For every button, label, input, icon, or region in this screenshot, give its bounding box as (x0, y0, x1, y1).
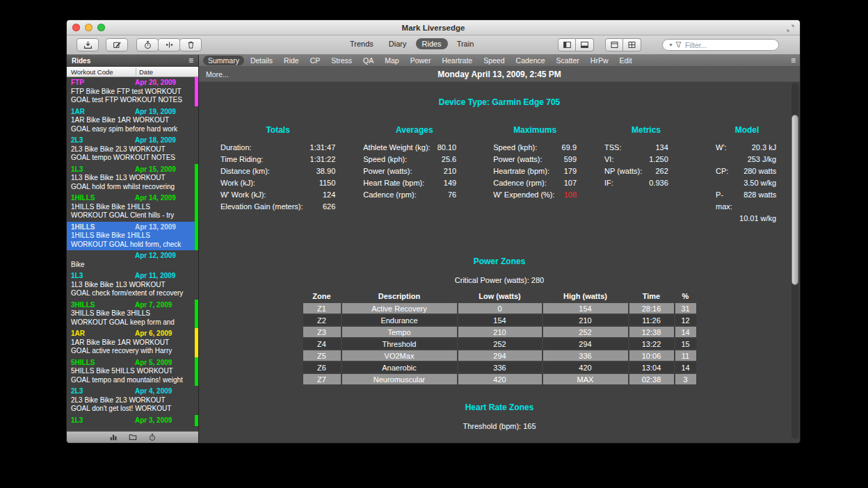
critical-power-subtitle: Critical Power (watts): 280 (199, 276, 800, 284)
view-tab-stress[interactable]: Stress (326, 56, 357, 65)
zone-row-z4: Z4Threshold25229413:2215 (303, 339, 696, 349)
ride-date: Apr 3, 2009 (135, 416, 172, 425)
view-tab-scatter[interactable]: Scatter (552, 56, 584, 65)
ride-list-item[interactable]: 1HILLSApr 14, 20091HILLS Bike Bike 1HILL… (67, 193, 198, 222)
metric-label: NP (watts): (604, 165, 649, 177)
zoom-window-button[interactable] (97, 24, 105, 31)
ride-item-header: 1L3Apr 11, 2009 (71, 272, 191, 281)
metric-value: 1:31:22 (310, 154, 336, 165)
ride-list-item[interactable]: FTPApr 20, 2009FTP Bike Bike FTP test WO… (67, 77, 198, 106)
metric-value: 210 (437, 165, 457, 177)
perspective-tab-diary[interactable]: Diary (383, 38, 413, 49)
zone-cell: 02:38 (629, 374, 674, 384)
ride-list-item[interactable]: Apr 12, 2009Bike (67, 250, 198, 270)
summary-header-row: More... Monday April 13, 2009, 2:45 PM (199, 67, 800, 82)
perspective-tab-train[interactable]: Train (451, 38, 481, 49)
ride-list-item[interactable]: 3HILLSApr 7, 20093HILLS Bike Bike 3HILLS… (67, 300, 198, 329)
ride-color-bar (195, 77, 198, 106)
zone-cell: Tempo (342, 327, 457, 337)
view-tab-summary[interactable]: Summary (203, 56, 244, 65)
ride-list-item[interactable]: 1L3Apr 11, 20091L3 Bike Bike 1L3 WORKOUT… (67, 270, 198, 300)
zone-cell: 252 (458, 339, 542, 349)
ride-item-header: 5HILLSApr 5, 2009 (71, 359, 191, 368)
sidebar-toggle-button[interactable] (558, 38, 576, 51)
metric-label: TSS: (604, 142, 649, 154)
column-header-date[interactable]: Date (136, 68, 153, 76)
view-tab-cp[interactable]: CP (305, 56, 326, 65)
filter-menu-caret-icon[interactable]: ▼ (668, 42, 673, 47)
timer-button[interactable] (136, 38, 159, 51)
view-tab-hrpw[interactable]: HrPw (586, 56, 613, 65)
view-tab-map[interactable]: Map (380, 56, 403, 65)
tabbed-view-button[interactable] (605, 38, 623, 51)
vertical-scrollbar[interactable] (791, 83, 798, 439)
tiled-view-button[interactable] (623, 38, 641, 51)
ride-list-item[interactable]: 1L3Apr 3, 2009 (67, 415, 198, 427)
ride-description-line: 1AR Bike Bike 1AR WORKOUT (71, 339, 191, 348)
fullscreen-icon[interactable] (786, 23, 795, 32)
ride-date: Apr 4, 2009 (135, 387, 172, 396)
stopwatch-icon[interactable] (148, 433, 156, 441)
zone-row-z2: Z2Endurance15421011:2612 (303, 315, 696, 325)
zone-cell: 294 (458, 350, 542, 361)
column-header-workout-code[interactable]: Workout Code (71, 68, 113, 76)
download-ride-button[interactable] (77, 38, 99, 51)
ride-list-item[interactable]: 1L3Apr 15, 20091L3 Bike Bike 1L3 WORKOUT… (67, 164, 198, 193)
view-tab-cadence[interactable]: Cadence (511, 56, 550, 65)
perspective-tab-trends[interactable]: Trends (344, 38, 380, 49)
ride-list: FTPApr 20, 2009FTP Bike Bike FTP test WO… (67, 77, 198, 431)
ride-list-item[interactable]: 2L3Apr 18, 20092L3 Bike Bike 2L3 WORKOUT… (67, 135, 198, 164)
perspective-tab-rides[interactable]: Rides (416, 38, 448, 49)
ride-list-item[interactable]: 5HILLSApr 5, 20095HILLS Bike 5HILLS WORK… (67, 357, 198, 387)
view-tab-speed[interactable]: Speed (479, 56, 509, 65)
ride-description-line: GOAL tempo WORKOUT NOTES (71, 154, 191, 163)
zones-column-header: Low (watts) (458, 292, 542, 302)
delete-ride-button[interactable] (179, 38, 202, 51)
ride-workout-code: 2L3 (71, 136, 83, 145)
metric-value: 828 watts (739, 189, 776, 213)
zone-row-z6: Z6Anaerobic33642013:0414 (303, 362, 696, 373)
ride-description-line: 1HILLS Bike Bike 1HILLS (71, 203, 191, 212)
panel-bottom-icon (580, 40, 589, 49)
metric-label: Heart Rate (bpm): (363, 177, 437, 189)
filter-field[interactable]: ▼ (662, 39, 779, 51)
metric-value: 108 (562, 189, 577, 201)
ride-description-line: 1L3 Bike Bike 1L3 WORKOUT (71, 281, 191, 290)
filter-input[interactable] (684, 40, 773, 50)
metric-value: 0.936 (649, 177, 668, 189)
summary-column-heading: Averages (363, 125, 465, 135)
ride-list-item[interactable]: 1ARApr 19, 20091AR Bike Bike 1AR WORKOUT… (67, 106, 198, 136)
view-tab-edit[interactable]: Edit (615, 56, 637, 65)
ride-description-line: 1L3 Bike Bike 1L3 WORKOUT (71, 174, 191, 183)
zones-column-header: Description (342, 292, 457, 302)
summary-column-heading: Totals (220, 125, 335, 135)
view-tab-qa[interactable]: QA (358, 56, 378, 65)
view-tab-power[interactable]: Power (405, 56, 436, 65)
metrics-chart-icon[interactable] (109, 433, 118, 441)
zone-cell: 154 (458, 315, 542, 325)
ride-list-item[interactable]: 1HILLSApr 13, 20091HILLS Bike Bike 1HILL… (67, 222, 198, 251)
ride-description-line: Bike (71, 261, 191, 270)
zone-row-z5: Z5VO2Max29433610:0611 (303, 350, 696, 361)
minimize-window-button[interactable] (85, 24, 93, 31)
ride-workout-code: 3HILLS (71, 301, 95, 310)
view-tab-details[interactable]: Details (246, 56, 278, 65)
folder-icon[interactable] (129, 433, 137, 441)
bottombar-toggle-button[interactable] (576, 38, 594, 51)
intervals-button[interactable] (158, 38, 180, 51)
ride-list-item[interactable]: 1ARApr 6, 20091AR Bike Bike 1AR WORKOUTG… (67, 328, 198, 357)
summary-column-heading: Model (716, 125, 778, 135)
view-tab-ride[interactable]: Ride (279, 56, 304, 65)
window-title: Mark Liversedge (402, 24, 465, 32)
more-button[interactable]: More... (206, 70, 229, 79)
ride-date: Apr 12, 2009 (135, 252, 176, 261)
ride-list-item[interactable]: 2L3Apr 4, 20092L3 Bike Bike 2L3 WORKOUTG… (67, 386, 198, 415)
metric-label: Cadence (rpm): (493, 177, 561, 189)
manual-entry-button[interactable] (106, 38, 128, 51)
sidebar-menu-icon[interactable]: ≡ (188, 56, 193, 65)
scrollbar-thumb[interactable] (791, 115, 798, 285)
view-tab-heartrate[interactable]: Heartrate (437, 56, 477, 65)
view-menu-icon[interactable]: ≡ (791, 56, 796, 65)
close-window-button[interactable] (72, 24, 80, 31)
zone-cell: 15 (675, 339, 696, 349)
